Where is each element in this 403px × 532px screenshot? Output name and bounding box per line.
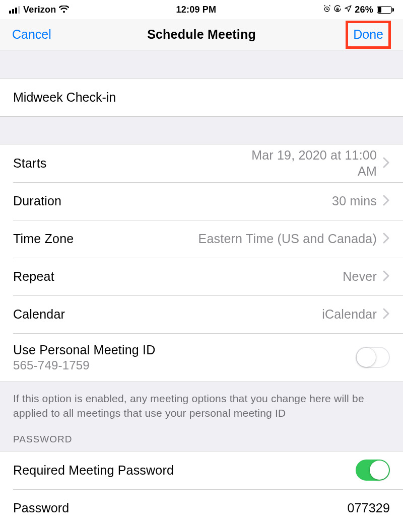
battery-icon	[377, 6, 394, 14]
status-right: 26%	[323, 5, 394, 15]
calendar-value: iCalendar	[322, 307, 377, 322]
carrier-name: Verizon	[23, 5, 56, 15]
timezone-row[interactable]: Time Zone Eastern Time (US and Canada)	[0, 220, 403, 258]
status-left: Verizon	[9, 5, 69, 15]
wifi-icon	[59, 6, 69, 14]
pmi-toggle[interactable]	[356, 347, 390, 368]
signal-bars-icon	[9, 6, 20, 14]
duration-label: Duration	[13, 194, 61, 208]
status-bar: Verizon 12:09 PM 26%	[0, 0, 403, 19]
done-highlight-box: Done	[346, 21, 391, 49]
personal-meeting-id-row: Use Personal Meeting ID 565-749-1759	[0, 333, 403, 382]
meeting-title-row[interactable]	[0, 79, 403, 116]
alarm-icon	[323, 5, 331, 15]
pmi-hint-text: If this option is enabled, any meeting o…	[13, 391, 390, 421]
chevron-right-icon	[383, 270, 390, 283]
timezone-label: Time Zone	[13, 232, 74, 246]
chevron-right-icon	[383, 233, 390, 246]
password-label: Password	[13, 501, 69, 515]
require-password-toggle[interactable]	[356, 460, 390, 481]
done-button[interactable]: Done	[353, 27, 383, 42]
page-title: Schedule Meeting	[147, 27, 256, 42]
navigation-bar: Cancel Schedule Meeting Done	[0, 19, 403, 50]
password-value: 077329	[347, 500, 390, 516]
pmi-number: 565-749-1759	[13, 358, 156, 372]
repeat-row[interactable]: Repeat Never	[0, 258, 403, 295]
location-icon	[344, 5, 352, 15]
chevron-right-icon	[383, 157, 390, 170]
status-time: 12:09 PM	[176, 5, 217, 15]
repeat-value: Never	[343, 269, 377, 284]
meeting-title-input[interactable]	[13, 90, 390, 105]
svg-point-0	[334, 6, 341, 12]
repeat-label: Repeat	[13, 269, 54, 284]
starts-row[interactable]: Starts Mar 19, 2020 at 11:00 AM	[0, 144, 403, 182]
starts-label: Starts	[13, 156, 47, 171]
battery-percent: 26%	[355, 5, 373, 15]
chevron-right-icon	[383, 195, 390, 208]
password-section-header: PASSWORD	[13, 434, 390, 445]
cancel-button[interactable]: Cancel	[12, 27, 51, 42]
chevron-right-icon	[383, 308, 390, 321]
orientation-lock-icon	[333, 5, 342, 15]
timezone-value: Eastern Time (US and Canada)	[198, 231, 377, 247]
section-spacer	[0, 116, 403, 144]
starts-value: Mar 19, 2020 at 11:00 AM	[236, 147, 377, 179]
duration-row[interactable]: Duration 30 mins	[0, 182, 403, 220]
password-row[interactable]: Password 077329	[0, 489, 403, 527]
require-password-label: Required Meeting Password	[13, 463, 174, 478]
calendar-row[interactable]: Calendar iCalendar	[0, 295, 403, 333]
pmi-hint-block: If this option is enabled, any meeting o…	[0, 382, 403, 451]
require-password-row: Required Meeting Password	[0, 451, 403, 489]
calendar-label: Calendar	[13, 307, 65, 322]
pmi-label: Use Personal Meeting ID	[13, 343, 156, 357]
section-spacer	[0, 50, 403, 79]
duration-value: 30 mins	[332, 193, 377, 209]
